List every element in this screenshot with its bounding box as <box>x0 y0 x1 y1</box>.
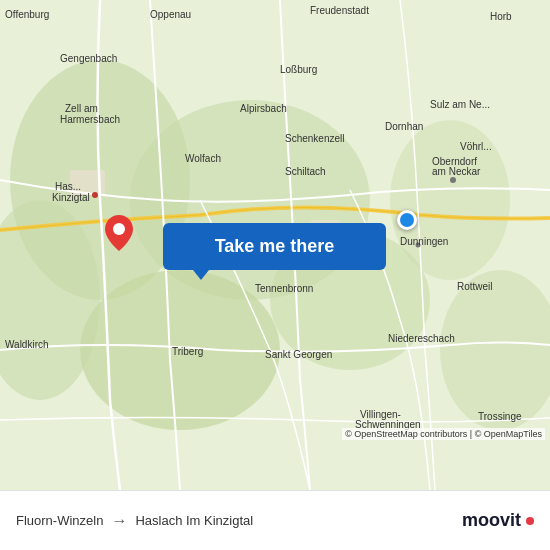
to-location: Haslach Im Kinzigtal <box>135 513 253 528</box>
arrow-icon: → <box>111 512 127 530</box>
svg-point-14 <box>450 177 456 183</box>
svg-text:Vöhrl...: Vöhrl... <box>460 141 492 152</box>
svg-text:Waldkirch: Waldkirch <box>5 339 49 350</box>
svg-text:Trossinge: Trossinge <box>478 411 522 422</box>
route-info: Fluorn-Winzeln → Haslach Im Kinzigtal <box>16 512 253 530</box>
svg-text:Tennenbronn: Tennenbronn <box>255 283 313 294</box>
svg-text:Loßburg: Loßburg <box>280 64 317 75</box>
svg-text:Harmersbach: Harmersbach <box>60 114 120 125</box>
svg-text:Dunningen: Dunningen <box>400 236 448 247</box>
svg-text:Schiltach: Schiltach <box>285 166 326 177</box>
svg-text:Kinzigtal: Kinzigtal <box>52 192 90 203</box>
svg-text:Sulz am Ne...: Sulz am Ne... <box>430 99 490 110</box>
take-me-there-label: Take me there <box>215 236 335 257</box>
moovit-logo: moovit <box>462 510 534 531</box>
svg-text:Offenburg: Offenburg <box>5 9 49 20</box>
svg-text:Wolfach: Wolfach <box>185 153 221 164</box>
moovit-brand-text: moovit <box>462 510 521 531</box>
moovit-dot-icon <box>526 517 534 525</box>
from-location: Fluorn-Winzeln <box>16 513 103 528</box>
svg-text:Zell am: Zell am <box>65 103 98 114</box>
svg-text:Schenkenzell: Schenkenzell <box>285 133 344 144</box>
svg-point-10 <box>92 192 98 198</box>
footer-bar: Fluorn-Winzeln → Haslach Im Kinzigtal mo… <box>0 490 550 550</box>
svg-text:Alpirsbach: Alpirsbach <box>240 103 287 114</box>
svg-text:Niedereschach: Niedereschach <box>388 333 455 344</box>
location-pin <box>105 215 133 251</box>
svg-text:Freudenstadt: Freudenstadt <box>310 5 369 16</box>
svg-text:Gengenbach: Gengenbach <box>60 53 117 64</box>
svg-text:Triberg: Triberg <box>172 346 203 357</box>
destination-dot <box>397 210 417 230</box>
svg-point-46 <box>113 223 125 235</box>
svg-text:Rottweil: Rottweil <box>457 281 493 292</box>
svg-text:Sankt Georgen: Sankt Georgen <box>265 349 332 360</box>
svg-text:Dornhan: Dornhan <box>385 121 423 132</box>
map-attribution: © OpenStreetMap contributors | © OpenMap… <box>342 428 545 440</box>
svg-point-5 <box>390 120 510 280</box>
svg-text:Horb: Horb <box>490 11 512 22</box>
map-container: Offenburg Oppenau Freudenstadt Horb Geng… <box>0 0 550 490</box>
svg-text:Oppenau: Oppenau <box>150 9 191 20</box>
svg-text:am Neckar: am Neckar <box>432 166 481 177</box>
svg-text:Has...: Has... <box>55 181 81 192</box>
take-me-there-button[interactable]: Take me there <box>163 223 386 270</box>
